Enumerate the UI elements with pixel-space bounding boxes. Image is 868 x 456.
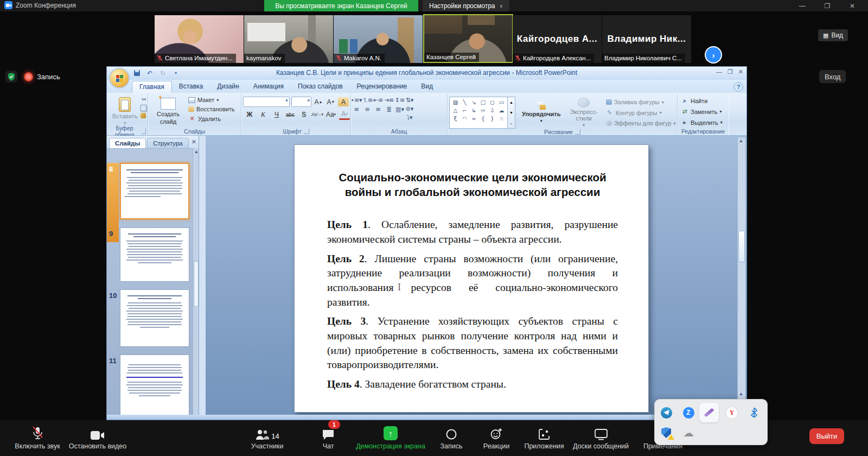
tab-slides-thumbnails[interactable]: Слайды xyxy=(109,138,146,148)
shape-outline-button[interactable]: ✎Контур фигуры▾ xyxy=(604,109,678,117)
pen-tablet-tray-icon[interactable] xyxy=(703,407,715,419)
tab-home[interactable]: Главная xyxy=(132,81,172,93)
panel-scrollbar[interactable]: ▲ xyxy=(193,148,199,415)
slide-editing-area[interactable]: Социально-экономические цели экономическ… xyxy=(206,136,746,415)
ppt-close-button[interactable]: ✕ xyxy=(738,68,743,75)
align-text-button[interactable]: ⊜▾ xyxy=(406,105,413,112)
text-direction-button[interactable]: ⇅▾ xyxy=(406,97,413,104)
font-size-select[interactable] xyxy=(291,97,311,107)
dialog-launcher-icon[interactable] xyxy=(142,129,146,134)
select-button[interactable]: ▸Выделить▾ xyxy=(679,118,724,126)
shape-star[interactable]: ☆ xyxy=(497,115,506,123)
participant-tile[interactable]: Светлана Имамутдин... xyxy=(155,15,244,63)
leave-meeting-button[interactable]: Выйти xyxy=(809,428,844,444)
shape-connector[interactable]: ↳ xyxy=(469,106,478,115)
whiteboards-button[interactable]: Доски сообщений xyxy=(570,420,632,450)
scrollbar-thumb[interactable] xyxy=(194,261,199,307)
shape-brace-left[interactable]: { xyxy=(478,115,488,123)
maximize-button[interactable]: ❐ xyxy=(815,0,840,11)
canvas-scrollbar[interactable]: ▲ ▲ ▼ ▼ xyxy=(737,137,746,414)
dialog-launcher-icon[interactable] xyxy=(304,129,309,134)
cut-icon[interactable]: ✂ xyxy=(141,96,148,103)
minimize-button[interactable]: — xyxy=(790,0,815,11)
slide-title[interactable]: Социально-экономические цели экономическ… xyxy=(327,170,618,199)
redo-button[interactable]: ↻ xyxy=(158,68,168,78)
scrollbar-thumb[interactable] xyxy=(738,231,745,262)
slide-thumbnail-selected[interactable]: 8 xyxy=(107,163,193,225)
view-layout-button[interactable]: ▦ Вид xyxy=(818,29,848,41)
find-button[interactable]: ⌕Найти xyxy=(679,97,724,105)
shape-line[interactable]: ╲ xyxy=(460,98,469,106)
italic-button[interactable]: К xyxy=(258,110,269,119)
increase-indent-button[interactable]: ⇥≡ xyxy=(385,97,393,104)
delete-slide-button[interactable]: ✕Удалить xyxy=(187,115,236,123)
justify-button[interactable]: ≣ xyxy=(385,106,393,113)
tab-animation[interactable]: Анимация xyxy=(246,81,291,93)
align-left-button[interactable]: ≡ xyxy=(353,106,360,113)
shape-picture[interactable]: ▨ xyxy=(451,98,460,106)
tab-review[interactable]: Рецензирование xyxy=(350,81,414,93)
shape-effects-button[interactable]: Эффекты для фигур▾ xyxy=(604,119,678,127)
columns-button[interactable]: ▥▾ xyxy=(396,106,404,113)
panel-close-icon[interactable]: ✕ xyxy=(192,138,196,145)
slide-thumbnail[interactable]: 9 xyxy=(107,227,193,288)
zoom-tray-icon[interactable]: Z xyxy=(682,407,694,419)
quick-styles-button[interactable]: Экспресс-стили ▾ xyxy=(567,97,601,129)
yandex-browser-tray-icon[interactable]: Y xyxy=(726,407,738,419)
view-settings-button[interactable]: Настройки просмотра ∨ xyxy=(423,0,509,11)
slide-thumbnail[interactable]: 10 xyxy=(107,289,193,353)
font-color-button[interactable]: A▾ xyxy=(339,109,350,120)
save-button[interactable] xyxy=(132,68,142,78)
participants-button[interactable]: 14 Участники xyxy=(239,420,296,450)
slide-thumbnail[interactable]: 11 xyxy=(107,354,193,415)
participant-tile-active-speaker[interactable]: Казанцев Сергей xyxy=(423,14,513,63)
arrange-button[interactable]: Упорядочить ▾ xyxy=(519,97,564,129)
shape-arrow-right[interactable]: ⇨ xyxy=(478,106,488,115)
bullets-button[interactable]: •≡▾ xyxy=(353,97,360,104)
undo-button[interactable]: ↶ xyxy=(145,68,155,78)
stop-video-button[interactable]: Остановить видео xyxy=(65,420,130,450)
shape-oval[interactable]: ○ xyxy=(488,98,497,106)
ppt-maximize-button[interactable]: ❐ xyxy=(727,68,733,75)
shrink-font-button[interactable]: A▼ xyxy=(326,97,336,106)
record-button[interactable]: Запись xyxy=(434,420,469,450)
meeting-security-shield-icon[interactable] xyxy=(5,71,17,83)
dialog-launcher-icon[interactable] xyxy=(575,129,580,135)
next-participants-button[interactable]: › xyxy=(705,46,722,64)
strikethrough-button[interactable]: abc xyxy=(285,110,296,119)
help-button[interactable]: ? xyxy=(733,82,743,92)
apps-button[interactable]: Приложения xyxy=(520,420,569,450)
copy-icon[interactable] xyxy=(141,105,146,111)
decrease-indent-button[interactable]: ⇤≡ xyxy=(374,97,382,104)
shape-brace-right[interactable]: } xyxy=(488,115,497,123)
office-button[interactable] xyxy=(109,68,130,88)
text-shadow-button[interactable]: S xyxy=(298,110,309,119)
smartart-convert-button[interactable]: ⤵▾ xyxy=(406,114,413,121)
shape-arrow[interactable]: ↘ xyxy=(469,98,478,106)
character-spacing-button[interactable]: AV↔▾ xyxy=(312,110,323,119)
shape-arrow-down[interactable]: ⇩ xyxy=(488,106,497,115)
format-painter-icon[interactable] xyxy=(141,113,146,118)
change-case-button[interactable]: Aa▾ xyxy=(326,110,336,119)
shape-rounded-rect[interactable]: ▭ xyxy=(497,98,506,106)
participant-tile[interactable]: kaymanakov xyxy=(244,15,333,63)
scroll-up-icon[interactable]: ▲ xyxy=(738,137,744,144)
shape-fill-button[interactable]: Заливка фигуры▾ xyxy=(604,98,678,106)
participant-tile[interactable]: Makarov A.N. xyxy=(334,15,423,63)
mute-button[interactable]: Включить звук xyxy=(8,420,67,450)
font-name-select[interactable] xyxy=(243,97,290,107)
messenger-tray-icon[interactable] xyxy=(660,407,672,419)
align-right-button[interactable]: ≡ xyxy=(374,106,382,113)
participant-tile[interactable]: Кайгородцев А... Кайгородцев Алексан... xyxy=(513,15,602,63)
shapes-more-button[interactable]: ⌄ xyxy=(508,118,515,128)
paste-button[interactable]: Вставить ▾ xyxy=(110,95,141,127)
shapes-scroll-down[interactable]: ▼ xyxy=(508,107,515,118)
slide-body-text[interactable]: Цель 1. Ослабление, замедление развития,… xyxy=(327,218,618,392)
scroll-up-icon[interactable]: ▲ xyxy=(193,148,200,155)
signin-button[interactable]: Вход xyxy=(819,70,846,83)
customize-qat-button[interactable]: ▾ xyxy=(171,68,181,78)
clear-formatting-button[interactable]: A xyxy=(338,97,349,106)
shape-curve[interactable]: ≈ xyxy=(469,115,478,123)
bold-button[interactable]: Ж xyxy=(244,110,255,119)
reset-slide-button[interactable]: Восстановить xyxy=(187,105,236,113)
